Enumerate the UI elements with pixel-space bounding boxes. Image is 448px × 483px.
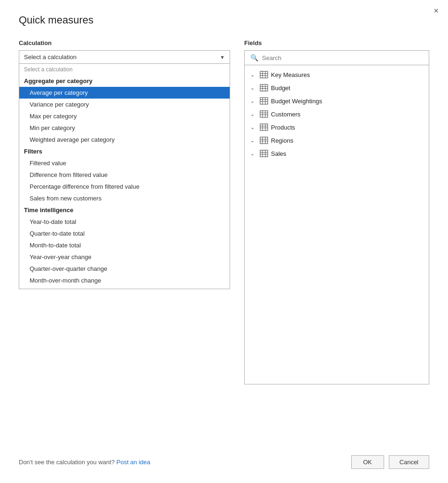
list-item[interactable]: Filtered value (19, 157, 230, 169)
table-icon (260, 137, 268, 144)
cancel-button[interactable]: Cancel (389, 455, 429, 469)
svg-rect-0 (260, 71, 268, 78)
left-panel: Calculation Select a calculation ▼ Selec… (19, 39, 230, 289)
chevron-down-icon: ⌄ (250, 151, 257, 157)
chevron-down-icon: ⌄ (250, 138, 257, 144)
svg-rect-5 (260, 84, 268, 91)
list-item[interactable]: Percentage difference from filtered valu… (19, 181, 230, 192)
svg-rect-15 (260, 111, 268, 117)
list-group-header: Time intelligence (19, 204, 230, 216)
list-item[interactable]: Variance per category (19, 99, 230, 110)
field-item[interactable]: ⌄ Budget Weightings (245, 94, 429, 107)
main-content: Calculation Select a calculation ▼ Selec… (19, 39, 429, 384)
field-item[interactable]: ⌄ Sales (245, 147, 429, 160)
table-icon (260, 123, 268, 131)
table-icon (260, 71, 268, 78)
fields-list: ⌄ Key Measures⌄ Budget⌄ Budget Weighting… (244, 65, 429, 384)
post-idea-link[interactable]: Post an idea (116, 459, 150, 466)
dialog-title: Quick measures (19, 14, 429, 26)
list-item[interactable]: Weighted average per category (19, 134, 230, 146)
list-item[interactable]: Quarter-over-quarter change (19, 263, 230, 275)
field-item[interactable]: ⌄ Customers (245, 107, 429, 121)
svg-rect-10 (260, 98, 268, 104)
chevron-down-icon: ⌄ (250, 85, 257, 91)
footer: Don't see the calculation you want? Post… (0, 455, 448, 469)
footer-buttons: OK Cancel (351, 455, 429, 469)
right-panel: Fields 🔍 ⌄ Key Measures⌄ Budget⌄ Budget … (244, 39, 429, 384)
svg-rect-30 (260, 150, 268, 157)
field-name: Budget (271, 84, 290, 92)
field-name: Customers (271, 111, 301, 118)
svg-rect-25 (260, 137, 268, 144)
calculation-dropdown[interactable]: Select a calculation ▼ (19, 50, 230, 64)
calculation-label: Calculation (19, 39, 230, 46)
list-item[interactable]: Sales from new customers (19, 192, 230, 204)
footer-text: Don't see the calculation you want? Post… (19, 459, 150, 466)
field-item[interactable]: ⌄ Regions (245, 134, 429, 147)
calculation-list[interactable]: Select a calculationAggregate per catego… (19, 64, 230, 289)
list-item[interactable]: Difference from filtered value (19, 169, 230, 181)
field-name: Regions (271, 137, 294, 144)
close-button[interactable]: × (433, 7, 439, 15)
list-item[interactable]: Min per category (19, 122, 230, 134)
list-item[interactable]: Quarter-to-date total (19, 228, 230, 239)
dropdown-arrow-icon: ▼ (220, 54, 225, 60)
list-item[interactable]: Rolling average (19, 286, 230, 289)
field-name: Key Measures (271, 71, 310, 78)
list-item[interactable]: Year-to-date total (19, 216, 230, 228)
search-icon: 🔍 (250, 54, 258, 61)
chevron-down-icon: ⌄ (250, 98, 257, 104)
table-icon (260, 84, 268, 92)
chevron-down-icon: ⌄ (250, 124, 257, 130)
list-item[interactable]: Max per category (19, 110, 230, 122)
list-placeholder: Select a calculation (19, 64, 230, 75)
field-item[interactable]: ⌄ Budget (245, 81, 429, 94)
quick-measures-dialog: × Quick measures Calculation Select a ca… (0, 0, 448, 483)
table-icon (260, 110, 268, 118)
field-name: Products (271, 124, 295, 131)
list-group-header: Aggregate per category (19, 75, 230, 87)
field-item[interactable]: ⌄ Products (245, 121, 429, 134)
fields-label: Fields (244, 39, 429, 46)
list-item[interactable]: Year-over-year change (19, 251, 230, 263)
list-group-header: Filters (19, 146, 230, 157)
list-item[interactable]: Month-to-date total (19, 239, 230, 251)
ok-button[interactable]: OK (351, 455, 384, 469)
svg-rect-20 (260, 124, 268, 130)
chevron-down-icon: ⌄ (250, 111, 257, 117)
field-item[interactable]: ⌄ Key Measures (245, 68, 429, 81)
list-item[interactable]: Month-over-month change (19, 275, 230, 286)
table-icon (260, 97, 268, 105)
search-input[interactable] (262, 54, 423, 61)
search-box: 🔍 (244, 50, 429, 65)
field-name: Budget Weightings (271, 98, 322, 105)
dropdown-selected-text: Select a calculation (24, 54, 77, 61)
table-icon (260, 150, 268, 157)
field-name: Sales (271, 150, 286, 157)
chevron-down-icon: ⌄ (250, 72, 257, 78)
list-item[interactable]: Average per category (19, 87, 230, 99)
